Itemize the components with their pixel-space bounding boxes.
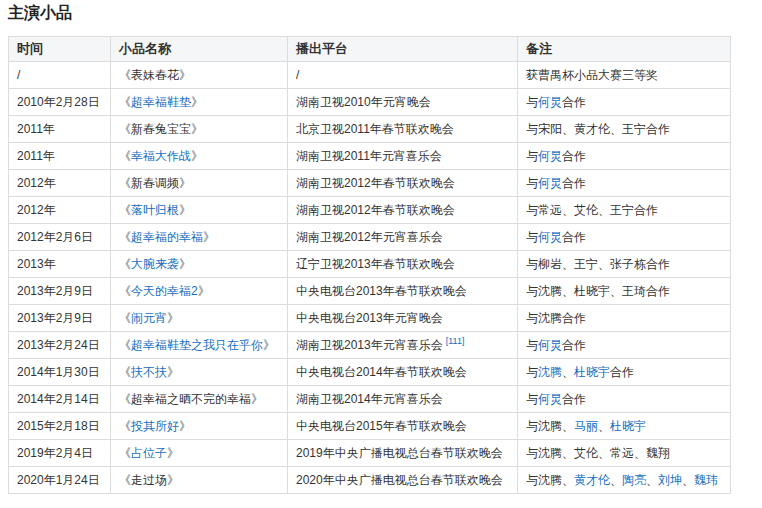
title-cell: 《超幸福之晒不完的幸福》	[111, 386, 288, 413]
title-cell: 《新春调频》	[111, 170, 288, 197]
table-row: 2012年《落叶归根》湖南卫视2012年春节联欢晚会与常远、艾伦、王宁合作	[9, 197, 731, 224]
title-cell: 《投其所好》	[111, 413, 288, 440]
sketch-title-link[interactable]: 超幸福鞋垫	[131, 95, 191, 109]
person-link[interactable]: 何炅	[538, 176, 562, 190]
time-cell: 2012年	[9, 170, 111, 197]
title-close-bracket: 》	[251, 392, 263, 406]
sketch-title-link[interactable]: 大腕来袭	[131, 257, 179, 271]
note-cell: 与沈腾、艾伦、常远、魏翔	[518, 440, 731, 467]
title-cell: 《幸福大作战》	[111, 143, 288, 170]
note-text: 、	[682, 473, 694, 487]
table-row: 2012年《新春调频》湖南卫视2012年春节联欢晚会与何炅合作	[9, 170, 731, 197]
note-cell: 与柳岩、王宁、张子栋合作	[518, 251, 731, 278]
note-text: 获曹禺杯小品大赛三等奖	[526, 68, 658, 82]
note-text: 、	[598, 419, 610, 433]
time-cell: 2012年	[9, 197, 111, 224]
sketch-title-link[interactable]: 今天的幸福2	[131, 284, 198, 298]
person-link[interactable]: 陶亮	[622, 473, 646, 487]
table-row: 2013年2月9日《今天的幸福2》中央电视台2013年春节联欢晚会与沈腾、杜晓宇…	[9, 278, 731, 305]
title-open-bracket: 《	[119, 419, 131, 433]
sketch-title-link[interactable]: 落叶归根	[131, 203, 179, 217]
time-cell: 2013年2月9日	[9, 278, 111, 305]
title-close-bracket: 》	[203, 230, 215, 244]
title-close-bracket: 》	[167, 365, 179, 379]
platform-text: 中央电视台2015年春节联欢晚会	[296, 419, 467, 433]
note-text: 与	[526, 338, 538, 352]
title-close-bracket: 》	[179, 419, 191, 433]
note-cell: 与沈腾、杜晓宇、王琦合作	[518, 278, 731, 305]
table-row: 2020年1月24日《走过场》2020年中央广播电视总台春节联欢晚会与沈腾、黄才…	[9, 467, 731, 494]
note-text: 、	[646, 473, 658, 487]
sketch-title-link[interactable]: 扶不扶	[131, 365, 167, 379]
sketch-title-link[interactable]: 幸福大作战	[131, 149, 191, 163]
sketch-title-link[interactable]: 超幸福鞋垫之我只在乎你	[131, 338, 263, 352]
person-link[interactable]: 马丽	[574, 419, 598, 433]
note-cell: 与沈腾合作	[518, 305, 731, 332]
title-open-bracket: 《	[119, 257, 131, 271]
platform-cell: 湖南卫视2012年春节联欢晚会	[288, 197, 518, 224]
note-text: 与宋阳、黄才伦、王宁合作	[526, 122, 670, 136]
person-link[interactable]: 沈腾	[538, 365, 562, 379]
sketch-title-link[interactable]: 超幸福的幸福	[131, 230, 203, 244]
platform-cell: 中央电视台2013年春节联欢晚会	[288, 278, 518, 305]
time-cell: 2012年2月6日	[9, 224, 111, 251]
platform-cell: 湖南卫视2012年春节联欢晚会	[288, 170, 518, 197]
title-cell: 《占位子》	[111, 440, 288, 467]
platform-text: 中央电视台2014年春节联欢晚会	[296, 365, 467, 379]
person-link[interactable]: 何炅	[538, 149, 562, 163]
platform-cell: 中央电视台2014年春节联欢晚会	[288, 359, 518, 386]
platform-cell: 湖南卫视2010年元宵晚会	[288, 89, 518, 116]
sketch-title-link[interactable]: 投其所好	[131, 419, 179, 433]
platform-text: 中央电视台2013年春节联欢晚会	[296, 284, 467, 298]
person-link[interactable]: 魏玮	[694, 473, 718, 487]
note-text: 合作	[610, 365, 634, 379]
person-link[interactable]: 何炅	[538, 338, 562, 352]
time-cell: 2019年2月4日	[9, 440, 111, 467]
person-link[interactable]: 杜晓宇	[610, 419, 646, 433]
person-link[interactable]: 杜晓宇	[574, 365, 610, 379]
ref-link[interactable]: [111]	[446, 336, 465, 346]
table-row: 2014年1月30日《扶不扶》中央电视台2014年春节联欢晚会与沈腾、杜晓宇合作	[9, 359, 731, 386]
note-text: 与	[526, 392, 538, 406]
note-text: 合作	[562, 392, 586, 406]
note-text: 、	[562, 365, 574, 379]
person-link[interactable]: 何炅	[538, 230, 562, 244]
note-cell: 与常远、艾伦、王宁合作	[518, 197, 731, 224]
time-cell: 2011年	[9, 116, 111, 143]
title-open-bracket: 《	[119, 95, 131, 109]
platform-cell: 中央电视台2015年春节联欢晚会	[288, 413, 518, 440]
person-link[interactable]: 黄才伦	[574, 473, 610, 487]
note-text: 合作	[562, 338, 586, 352]
person-link[interactable]: 何炅	[538, 392, 562, 406]
title-cell: 《走过场》	[111, 467, 288, 494]
platform-cell: /	[288, 62, 518, 89]
platform-cell: 湖南卫视2012年元宵喜乐会	[288, 224, 518, 251]
title-cell: 《超幸福鞋垫之我只在乎你》	[111, 332, 288, 359]
note-cell: 与沈腾、黄才伦、陶亮、刘坤、魏玮	[518, 467, 731, 494]
time-cell: 2014年2月14日	[9, 386, 111, 413]
time-cell: 2011年	[9, 143, 111, 170]
sketch-title-link[interactable]: 闹元宵	[131, 311, 167, 325]
table-row: 2014年2月14日《超幸福之晒不完的幸福》湖南卫视2014年元宵喜乐会与何炅合…	[9, 386, 731, 413]
title-open-bracket: 《	[119, 365, 131, 379]
note-text: 与	[526, 149, 538, 163]
title-close-bracket: 》	[179, 176, 191, 190]
title-cell: 《超幸福鞋垫》	[111, 89, 288, 116]
title-cell: 《扶不扶》	[111, 359, 288, 386]
note-text: 与沈腾、	[526, 473, 574, 487]
note-cell: 与沈腾、马丽、杜晓宇	[518, 413, 731, 440]
sketch-title-link[interactable]: 占位子	[131, 446, 167, 460]
person-link[interactable]: 刘坤	[658, 473, 682, 487]
time-cell: 2013年2月24日	[9, 332, 111, 359]
person-link[interactable]: 何炅	[538, 95, 562, 109]
platform-text: 湖南卫视2013年元宵喜乐会	[296, 338, 443, 352]
title-open-bracket: 《	[119, 230, 131, 244]
note-cell: 与何炅合作	[518, 386, 731, 413]
time-cell: 2010年2月28日	[9, 89, 111, 116]
sketch-title: 表妹春花	[131, 68, 179, 82]
note-cell: 与沈腾、杜晓宇合作	[518, 359, 731, 386]
platform-text: 湖南卫视2012年元宵喜乐会	[296, 230, 443, 244]
sketch-title: 新春调频	[131, 176, 179, 190]
title-close-bracket: 》	[179, 68, 191, 82]
sketch-table: 时间 小品名称 播出平台 备注 /《表妹春花》/获曹禺杯小品大赛三等奖2010年…	[8, 36, 731, 494]
